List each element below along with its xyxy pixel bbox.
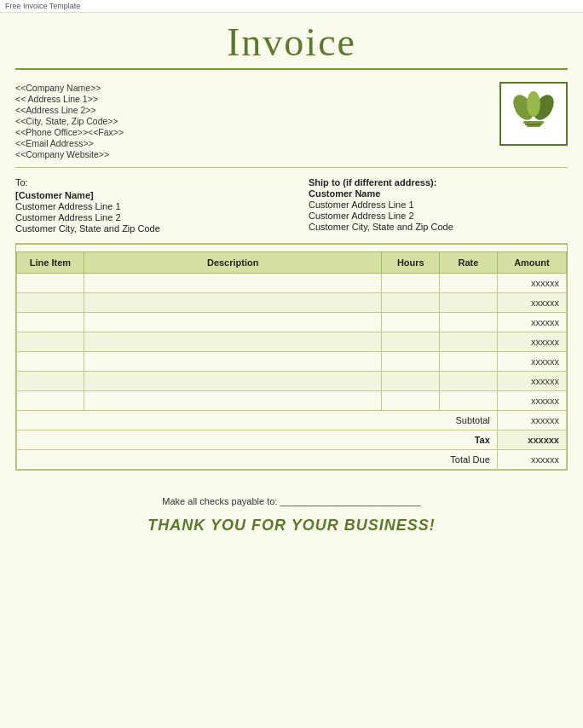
invoice-table-wrapper: Line Item Description Hours Rate Amount … [15,244,568,471]
table-row: xxxxxx [17,293,567,313]
to-block: To: [Customer Name] Customer Address Lin… [15,176,274,234]
table-cell [440,332,498,352]
company-info: <<Company Name>> << Address Line 1>> <<A… [15,82,124,160]
table-cell [440,372,498,391]
table-cell [382,293,440,313]
table-row: xxxxxx [17,391,567,411]
ship-label: Ship to (if different address): [309,177,568,188]
table-cell [17,332,84,352]
amount-cell: xxxxxx [497,352,566,372]
amount-cell: xxxxxx [497,293,566,313]
company-address2: <<Address Line 2>> [15,105,124,115]
to-customer-name: [Customer Name] [15,190,274,200]
amount-cell: xxxxxx [497,332,566,352]
company-city: <<City, State, Zip Code>> [15,116,124,126]
logo-box [499,82,568,146]
subtotal-value: xxxxxx [497,411,566,430]
table-cell [440,274,498,293]
top-section: <<Company Name>> << Address Line 1>> <<A… [15,77,568,168]
ship-address2: Customer Address Line 2 [309,211,568,221]
table-cell [17,313,84,332]
table-row: xxxxxx [17,274,567,293]
table-cell [84,332,382,352]
header-title-section: Invoice [15,13,568,68]
total-value: xxxxxx [497,450,566,470]
table-header-row: Line Item Description Hours Rate Amount [17,252,567,274]
table-cell [17,352,84,372]
table-cell [17,293,84,313]
invoice-table: Line Item Description Hours Rate Amount … [16,251,567,470]
ship-customer-name: Customer Name [309,188,568,199]
table-cell [382,391,440,411]
table-row: xxxxxx [17,332,567,352]
tax-label: Tax [17,430,498,450]
subtotal-row: Subtotal xxxxxx [17,411,567,430]
table-cell [84,372,382,391]
tax-row: Tax xxxxxx [17,430,567,450]
page: Invoice <<Company Name>> << Address Line… [0,13,583,728]
table-row: xxxxxx [17,352,567,372]
to-city: Customer City, State and Zip Code [15,223,274,234]
table-cell [440,293,498,313]
table-cell [382,274,440,293]
table-cell [17,274,84,293]
company-name: <<Company Name>> [15,83,124,93]
watermark-bar: Free Invoice Template [0,0,583,13]
col-amount: Amount [497,252,566,274]
svg-point-2 [527,91,540,117]
svg-rect-5 [527,125,540,127]
total-label: Total Due [17,450,498,470]
svg-rect-4 [525,124,542,125]
table-cell [84,391,382,411]
table-cell [84,352,382,372]
subtotal-label: Subtotal [17,411,498,430]
table-row: xxxxxx [17,313,567,332]
table-cell [17,372,84,391]
table-cell [440,313,498,332]
table-cell [382,332,440,352]
company-logo-icon [508,89,559,140]
table-row: xxxxxx [17,372,567,391]
ship-city: Customer City, State and Zip Code [309,222,568,232]
watermark-text: Free Invoice Template [5,2,80,10]
col-line-item: Line Item [17,252,84,274]
ship-address1: Customer Address Line 1 [309,199,568,210]
ship-block: Ship to (if different address): Customer… [309,176,568,234]
table-cell [440,391,498,411]
to-label: To: [15,177,274,188]
address-section: To: [Customer Name] Customer Address Lin… [15,168,568,244]
amount-cell: xxxxxx [497,274,566,293]
company-email: <<Email Address>> [15,138,124,148]
invoice-title: Invoice [15,20,568,65]
checks-payable-text: Make all checks payable to: ____________… [15,496,568,506]
footer-section: Make all checks payable to: ____________… [15,471,568,543]
amount-cell: xxxxxx [497,313,566,332]
table-cell [382,372,440,391]
table-cell [84,274,382,293]
company-phone: <<Phone Office>><<Fax>> [15,127,124,137]
table-cell [84,313,382,332]
amount-cell: xxxxxx [497,391,566,411]
table-cell [17,391,84,411]
amount-cell: xxxxxx [497,372,566,391]
green-divider [15,68,568,70]
table-cell [440,352,498,372]
svg-rect-3 [523,121,544,124]
table-cell [84,293,382,313]
table-cell [382,352,440,372]
to-address2: Customer Address Line 2 [15,212,274,222]
col-description: Description [84,252,382,274]
table-cell [382,313,440,332]
company-address1: << Address Line 1>> [15,94,124,104]
thank-you-text: THANK YOU FOR YOUR BUSINESS! [15,517,568,534]
to-address1: Customer Address Line 1 [15,201,274,211]
tax-value: xxxxxx [497,430,566,450]
total-row: Total Due xxxxxx [17,450,567,470]
company-website: <<Company Website>> [15,149,124,159]
col-hours: Hours [382,252,440,274]
col-rate: Rate [440,252,498,274]
